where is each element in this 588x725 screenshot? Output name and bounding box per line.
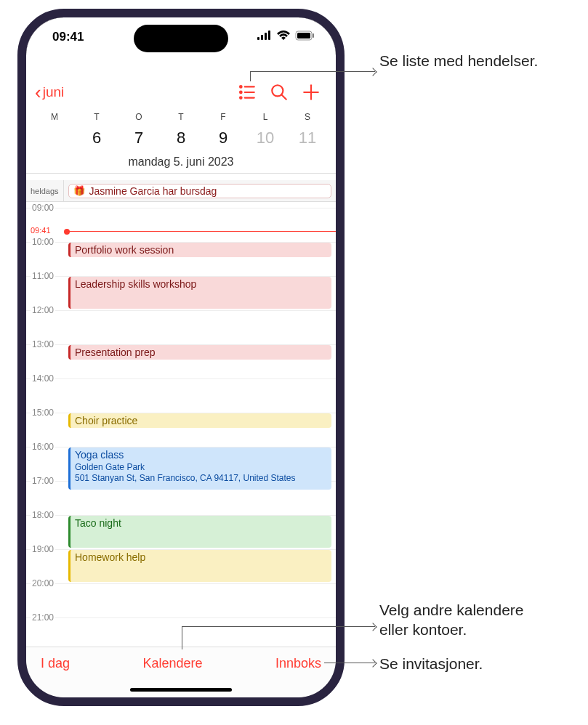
event-homework[interactable]: Homework help [68,550,331,582]
daynum-row: 5 6 7 8 9 10 11 [26,122,336,153]
status-icons [257,31,315,44]
calendars-button[interactable]: Kalendere [142,656,202,671]
svg-rect-2 [265,33,267,40]
status-time: 09:41 [52,30,84,44]
weekday-label: F [202,112,244,122]
svg-rect-5 [297,33,310,39]
hour-label: 15:00 [31,408,55,418]
callout-line [250,71,251,81]
callout-line [324,663,375,663]
now-indicator-line [66,231,336,232]
home-indicator[interactable] [130,688,232,692]
event-yoga[interactable]: Yoga class Golden Gate Park 501 Stanyan … [68,447,331,490]
callout-calendars: Velg andre kalendere eller kontoer. [379,600,524,640]
now-indicator-dot [64,229,70,235]
hour-label: 14:00 [31,373,55,384]
day-8[interactable]: 8 [160,125,202,151]
hour-label: 16:00 [31,442,55,452]
search-button[interactable] [263,76,295,108]
event-choir[interactable]: Choir practice [68,413,331,428]
svg-rect-0 [257,37,259,40]
back-button[interactable]: ‹ juni [35,83,64,102]
list-view-button[interactable] [231,76,263,108]
dynamic-island [134,25,228,52]
weekday-label: S [286,112,329,122]
weekday-label: T [76,112,118,122]
weekday-label: T [160,112,202,122]
callout-line [182,626,375,627]
day-7[interactable]: 7 [118,125,160,151]
svg-rect-1 [261,35,263,40]
inbox-button[interactable]: Innboks [275,656,321,671]
day-view[interactable]: heldags 🎁 Jasmine Garcia har bursdag 09:… [26,180,336,647]
day-9[interactable]: 9 [202,125,244,151]
event-leadership[interactable]: Leadership skills workshop [68,277,331,309]
event-portfolio[interactable]: Portfolio work session [68,243,331,257]
event-taco[interactable]: Taco night [68,516,331,548]
weekday-label: M [33,112,76,122]
gift-icon: 🎁 [73,185,85,196]
day-10[interactable]: 10 [244,125,286,151]
hour-label: 12:00 [31,305,55,315]
hour-label: 20:00 [31,578,55,588]
allday-row: heldags 🎁 Jasmine Garcia har bursdag [26,180,336,202]
svg-line-14 [281,94,286,100]
hour-label: 18:00 [31,510,55,520]
allday-event-title: Jasmine Garcia har bursdag [89,185,217,197]
phone-frame: 09:41 ‹ juni [17,9,345,706]
allday-label: heldags [26,180,64,201]
hour-label: 09:00 [31,203,55,213]
svg-point-7 [240,86,242,88]
svg-point-9 [240,92,242,94]
now-time-label: 09:41 [31,226,52,235]
plus-icon [302,83,321,102]
hour-label: 13:00 [31,339,55,349]
day-6[interactable]: 6 [76,125,118,151]
add-event-button[interactable] [295,76,327,108]
nav-bar: ‹ juni [26,74,336,110]
cellular-icon [257,31,272,44]
weekday-label: L [244,112,286,122]
hour-label: 19:00 [31,544,55,554]
callout-line [250,71,375,72]
weekday-label: O [118,112,160,122]
battery-icon [295,31,315,44]
timeline: 09:00 10:00 11:00 12:00 13:00 14:00 15:0… [26,202,336,647]
list-icon [238,83,257,102]
callout-line [182,626,182,649]
hour-label: 11:00 [31,271,55,281]
svg-point-11 [240,97,242,99]
day-11[interactable]: 11 [286,125,329,151]
svg-rect-3 [268,31,270,40]
today-button[interactable]: I dag [41,656,70,671]
back-label: juni [43,84,65,100]
wifi-icon [276,31,291,44]
allday-event[interactable]: 🎁 Jasmine Garcia har bursdag [68,184,331,198]
svg-rect-6 [313,33,314,38]
date-title: mandag 5. juni 2023 [26,155,336,169]
hour-label: 17:00 [31,476,55,486]
weekday-row: M T O T F L S [26,112,336,122]
search-icon [270,83,289,102]
event-presentation[interactable]: Presentation prep [68,345,331,360]
callout-list-events: Se liste med hendelser. [379,51,538,70]
callout-inbox: Se invitasjoner. [379,654,483,673]
hour-label: 10:00 [31,237,55,247]
hour-label: 21:00 [31,612,55,623]
day-5[interactable]: 5 [33,125,76,151]
week-header: M T O T F L S 5 6 7 8 9 10 11 mandag 5. … [26,112,336,174]
chevron-left-icon: ‹ [35,83,41,102]
